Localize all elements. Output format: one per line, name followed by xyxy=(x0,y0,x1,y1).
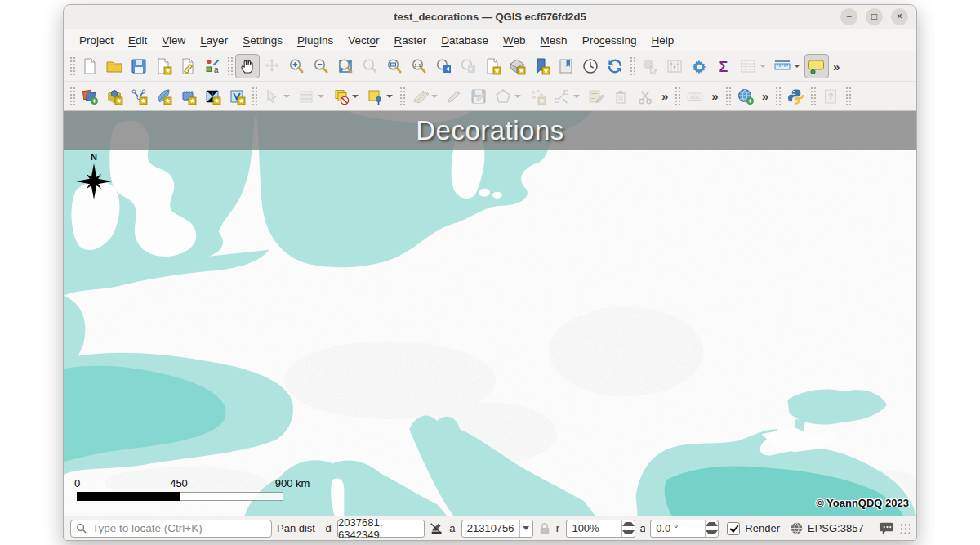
select-by-value-button[interactable] xyxy=(363,84,397,109)
toolbar-drag-handle[interactable] xyxy=(69,56,75,76)
processing-toolbox-button[interactable] xyxy=(687,54,711,78)
toolbar-drag-handle[interactable] xyxy=(227,56,233,76)
statistical-summary-button[interactable]: Σ xyxy=(711,54,736,78)
new-spatialite-layer-button[interactable] xyxy=(151,84,176,109)
menu-settings[interactable]: Settings xyxy=(235,32,290,49)
spin-up-icon[interactable] xyxy=(622,520,635,529)
new-3d-map-view-button[interactable] xyxy=(505,54,529,78)
dropdown-caret-icon[interactable] xyxy=(386,95,393,98)
python-console-button[interactable] xyxy=(783,84,808,109)
menu-plugins[interactable]: Plugins xyxy=(290,32,341,49)
spin-down-icon[interactable] xyxy=(706,529,718,537)
menu-help[interactable]: Help xyxy=(644,32,681,49)
close-button[interactable]: × xyxy=(891,8,908,25)
zoom-out-button[interactable] xyxy=(309,54,333,78)
new-project-button[interactable] xyxy=(78,54,102,78)
zoom-native-button[interactable]: 1:1 xyxy=(407,54,431,78)
attribute-table-views-button[interactable] xyxy=(736,54,770,78)
zoom-last-button[interactable] xyxy=(431,54,456,78)
toolbar-drag-handle[interactable] xyxy=(675,87,680,106)
zoom-next-button[interactable] xyxy=(456,54,480,78)
menu-raster[interactable]: Raster xyxy=(387,32,434,49)
toolbar-overflow-button[interactable]: » xyxy=(758,89,773,103)
render-toggle[interactable]: Render xyxy=(727,522,780,535)
dropdown-caret-icon[interactable] xyxy=(573,95,580,98)
show-layout-manager-button[interactable] xyxy=(176,54,200,78)
toolbar-drag-handle[interactable] xyxy=(630,56,635,76)
new-shapefile-layer-button[interactable] xyxy=(127,84,151,109)
new-gpx-layer-button[interactable] xyxy=(225,84,249,109)
toolbar-overflow-button[interactable]: » xyxy=(829,60,844,74)
menu-vector[interactable]: Vector xyxy=(341,32,386,49)
coordinate-display[interactable]: 2037681, 6342349 xyxy=(337,520,425,538)
open-project-button[interactable] xyxy=(102,54,127,78)
messages-icon[interactable] xyxy=(879,520,894,536)
menu-project[interactable]: Project xyxy=(72,32,121,49)
new-spatial-bookmark-button[interactable] xyxy=(529,54,554,78)
select-features-button[interactable] xyxy=(260,84,294,109)
zoom-to-selection-button[interactable] xyxy=(358,54,382,78)
measure-line-button[interactable] xyxy=(770,54,804,78)
dropdown-caret-icon[interactable] xyxy=(431,95,438,98)
menu-processing[interactable]: Processing xyxy=(575,32,644,49)
data-source-manager-button[interactable] xyxy=(78,84,102,109)
crs-status-button[interactable]: EPSG:3857 xyxy=(790,521,864,535)
metasearch-button[interactable] xyxy=(733,84,758,109)
toolbar-drag-handle[interactable] xyxy=(775,87,781,106)
new-virtual-layer-button[interactable] xyxy=(176,84,200,109)
toolbar-drag-handle[interactable] xyxy=(725,87,731,106)
new-geopackage-layer-button[interactable] xyxy=(102,84,127,109)
menu-view[interactable]: View xyxy=(154,32,193,49)
dropdown-caret-icon[interactable] xyxy=(514,95,521,98)
new-print-layout-button[interactable] xyxy=(151,54,176,78)
save-layer-edits-button[interactable] xyxy=(466,84,491,109)
locator-search[interactable] xyxy=(70,520,272,538)
vertex-tool-button[interactable] xyxy=(550,84,584,109)
add-record-button[interactable] xyxy=(525,84,550,109)
toolbar-overflow-button[interactable]: » xyxy=(707,89,722,103)
zoom-in-button[interactable] xyxy=(284,54,309,78)
style-manager-button[interactable]: a xyxy=(200,54,225,78)
map-canvas[interactable]: Decorations N 0 450 900 km © YoannQDQ 20… xyxy=(64,111,916,516)
toolbar-drag-handle[interactable] xyxy=(399,87,405,106)
lock-scale-icon[interactable] xyxy=(538,522,551,535)
show-bookmarks-button[interactable] xyxy=(554,54,578,78)
menu-edit[interactable]: Edit xyxy=(121,32,154,49)
magnifier-spinbox[interactable]: 100% xyxy=(566,520,635,538)
deselect-all-layers-button[interactable] xyxy=(328,84,363,109)
dropdown-caret-icon[interactable] xyxy=(794,65,800,68)
map-tips-button[interactable] xyxy=(804,54,829,78)
rotation-spinbox[interactable]: 0.0 ° xyxy=(650,520,719,538)
toolbar-overflow-button[interactable]: » xyxy=(657,89,672,103)
add-polygon-feature-button[interactable] xyxy=(491,84,525,109)
locator-input[interactable] xyxy=(91,521,266,535)
title-bar[interactable]: test_decorations — QGIS ecf676fd2d5 −□× xyxy=(64,5,916,29)
zoom-full-button[interactable] xyxy=(333,54,358,78)
temporal-controller-button[interactable] xyxy=(578,54,603,78)
modify-attributes-button[interactable] xyxy=(584,84,608,109)
dropdown-caret-icon[interactable] xyxy=(519,520,532,537)
help-contents-button[interactable]: ? xyxy=(818,84,843,109)
extents-toggle-icon[interactable] xyxy=(430,521,444,536)
toolbar-drag-handle[interactable] xyxy=(845,87,851,106)
resize-grip[interactable] xyxy=(899,523,910,534)
spin-down-icon[interactable] xyxy=(622,529,635,537)
menu-layer[interactable]: Layer xyxy=(193,32,235,49)
zoom-to-layer-button[interactable] xyxy=(382,54,407,78)
toolbar-drag-handle[interactable] xyxy=(810,87,816,106)
render-checkbox[interactable] xyxy=(727,522,740,535)
dropdown-caret-icon[interactable] xyxy=(318,95,324,98)
refresh-map-button[interactable] xyxy=(603,54,627,78)
dropdown-caret-icon[interactable] xyxy=(352,95,359,98)
menu-web[interactable]: Web xyxy=(496,32,533,49)
scale-combobox[interactable]: 21310756 xyxy=(461,520,533,538)
maximize-button[interactable]: □ xyxy=(866,8,883,25)
current-edits-button[interactable] xyxy=(408,84,442,109)
identify-features-button[interactable]: i xyxy=(638,54,662,78)
save-project-button[interactable] xyxy=(127,54,151,78)
dropdown-caret-icon[interactable] xyxy=(283,95,290,98)
toggle-editing-button[interactable] xyxy=(442,84,466,109)
toolbar-drag-handle[interactable] xyxy=(252,87,257,106)
open-attribute-table-button[interactable] xyxy=(662,54,687,78)
dropdown-caret-icon[interactable] xyxy=(760,65,766,68)
